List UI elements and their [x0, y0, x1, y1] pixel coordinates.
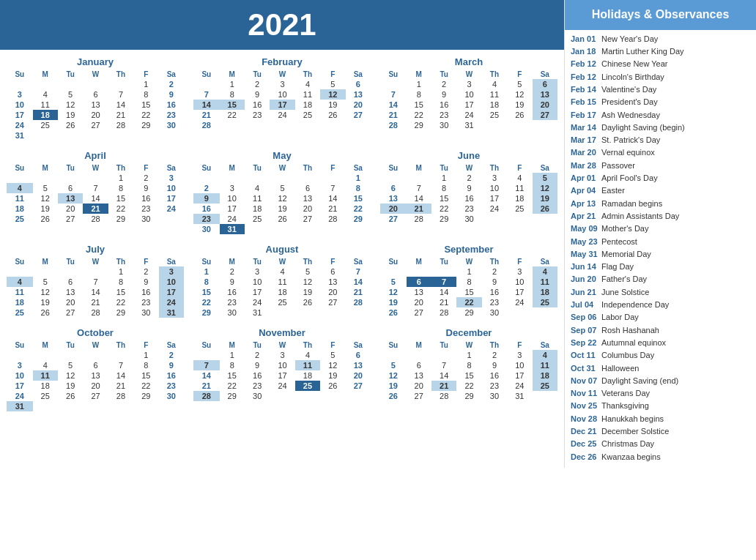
holiday-item: Jun 21June Solstice — [571, 287, 750, 297]
calendar-day — [159, 130, 184, 141]
calendar-day: 7 — [431, 277, 456, 287]
calendar-day: 30 — [245, 391, 270, 401]
calendar-day: 27 — [83, 120, 108, 130]
day-header: W — [270, 70, 294, 79]
calendar-day — [295, 391, 320, 401]
calendar-day — [83, 130, 108, 141]
day-header: Sa — [533, 340, 557, 350]
calendar-day: 25 — [33, 120, 58, 130]
calendar-day: 16 — [133, 193, 158, 204]
day-header: Tu — [431, 70, 456, 79]
calendar-day: 2 — [456, 173, 481, 183]
calendar-day: 1 — [108, 173, 133, 183]
month-block: AugustSuMTuWThFSa12345678910111213141516… — [190, 241, 374, 321]
holiday-date: Dec 25 — [571, 438, 601, 449]
calendar-day: 11 — [7, 193, 33, 204]
calendar-day — [295, 173, 320, 183]
calendar-day: 13 — [320, 277, 345, 287]
calendar-day — [33, 266, 58, 277]
day-header: Su — [380, 257, 407, 266]
calendar-day: 30 — [133, 214, 158, 224]
calendar-day: 1 — [407, 79, 431, 89]
calendar-day: 29 — [456, 391, 481, 401]
calendar-day: 27 — [533, 110, 557, 120]
day-header: Sa — [159, 163, 184, 173]
calendar-day — [533, 307, 557, 318]
calendar-day: 7 — [346, 266, 371, 277]
month-block: MarchSuMTuWThFSa123456789101112131415161… — [377, 53, 560, 143]
calendar-day: 28 — [320, 214, 345, 224]
calendar-day: 14 — [108, 370, 133, 381]
calendar-day: 16 — [456, 193, 481, 204]
calendar-day — [7, 173, 33, 183]
holiday-date: Feb 12 — [571, 59, 601, 69]
holiday-name: Halloween — [601, 363, 639, 373]
day-header: Th — [482, 163, 507, 173]
holiday-item: Jun 14Flag Day — [571, 261, 750, 272]
calendar-day: 19 — [33, 204, 58, 214]
holiday-item: Dec 25Christmas Day — [571, 438, 750, 449]
calendar-day: 27 — [295, 214, 320, 224]
month-block: MaySuMTuWThFSa12345678910111213141516171… — [190, 147, 374, 237]
calendar-day: 5 — [533, 173, 557, 183]
holiday-name: Lincoln's Birthday — [601, 72, 664, 82]
calendar-day: 21 — [431, 381, 456, 391]
main-container: 2021 JanuarySuMTuWThFSa12345678910111213… — [0, 0, 756, 468]
day-header: W — [270, 340, 294, 350]
calendar-day: 14 — [346, 277, 371, 287]
calendar-day: 20 — [346, 100, 371, 110]
calendar-day — [220, 173, 245, 183]
day-header: M — [407, 340, 431, 350]
calendar-day: 21 — [83, 297, 108, 307]
calendar-day: 23 — [193, 214, 220, 224]
calendar-day: 19 — [533, 193, 557, 204]
month-title: February — [193, 56, 371, 67]
calendar-day: 8 — [220, 360, 245, 370]
holiday-item: May 09Mother's Day — [571, 223, 750, 234]
day-header: F — [133, 163, 158, 173]
calendar-day: 7 — [193, 360, 220, 370]
calendar-day: 23 — [245, 110, 270, 120]
day-header: M — [33, 163, 58, 173]
day-header: W — [456, 340, 481, 350]
calendar-day: 14 — [83, 193, 108, 204]
month-block: SeptemberSuMTuWThFSa12345678910111213141… — [377, 241, 560, 321]
holiday-item: Apr 13Ramadan begins — [571, 198, 750, 209]
calendar-day: 13 — [346, 89, 371, 100]
holiday-date: Sep 22 — [571, 337, 601, 348]
calendar-day: 9 — [159, 89, 184, 100]
holiday-date: Feb 15 — [571, 97, 601, 107]
holiday-name: President's Day — [601, 97, 658, 107]
calendar-day: 3 — [270, 350, 294, 360]
day-header: Sa — [346, 340, 371, 350]
calendar-day: 21 — [346, 287, 371, 297]
calendar-day: 27 — [346, 110, 371, 120]
calendar-day: 5 — [320, 350, 345, 360]
calendar-day: 15 — [456, 287, 481, 297]
calendar-day: 28 — [380, 120, 407, 130]
holiday-date: Apr 13 — [571, 198, 601, 209]
calendar-day: 15 — [346, 193, 371, 204]
calendar-day: 23 — [482, 297, 507, 307]
holiday-date: Apr 21 — [571, 211, 601, 221]
months-grid: JanuarySuMTuWThFSa1234567891011121314151… — [4, 53, 560, 414]
calendar-day: 30 — [159, 391, 184, 401]
calendar-day: 8 — [431, 183, 456, 193]
calendar-day — [295, 224, 320, 234]
calendar-day: 24 — [507, 381, 532, 391]
holiday-date: Jan 01 — [571, 34, 601, 44]
day-header: Tu — [245, 163, 270, 173]
calendar-day: 5 — [58, 89, 83, 100]
holiday-name: St. Patrick's Day — [601, 135, 660, 145]
calendar-day: 2 — [245, 79, 270, 89]
day-header: Th — [295, 163, 320, 173]
calendar-day: 22 — [456, 381, 481, 391]
calendar-day: 16 — [482, 287, 507, 297]
calendar-day — [346, 120, 371, 130]
calendar-day: 19 — [380, 297, 407, 307]
calendar-day: 20 — [83, 381, 108, 391]
calendar-day: 23 — [133, 297, 158, 307]
calendar-day: 2 — [133, 266, 158, 277]
month-block: FebruarySuMTuWThFSa123456789101112131415… — [190, 53, 374, 143]
calendar-day: 14 — [193, 100, 220, 110]
